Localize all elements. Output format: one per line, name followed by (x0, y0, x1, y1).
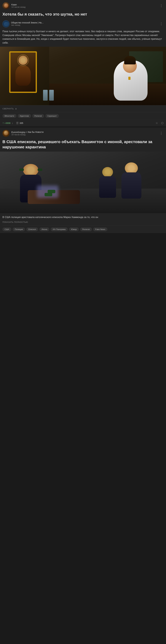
post-header-left-1: Kaan 14 часов назад (2, 2, 25, 9)
author-name-1: Kaan (11, 3, 25, 6)
tag-usa[interactable]: США (2, 228, 11, 231)
avatar-kaan (2, 2, 9, 9)
water-bottle-1 (43, 90, 48, 100)
water-bottle-2 (49, 90, 54, 100)
comment-count-1: 335 (19, 122, 23, 124)
icon-halo (17, 54, 29, 66)
tag-police[interactable]: Полиция (13, 228, 25, 231)
bookmark-icon-1[interactable]: ☆ (156, 122, 158, 125)
officer-3-figure (98, 167, 117, 198)
source-name-1: Общество плоской Земли | На… (11, 22, 44, 24)
officer-3-head (102, 167, 113, 177)
more-options-source-icon[interactable]: ⋮ (159, 21, 164, 26)
more-options-icon-2[interactable]: ⋮ (159, 131, 164, 136)
patriarch-figure (111, 54, 154, 102)
tag-ia-panorama[interactable]: ИА Панорама (51, 228, 68, 231)
post-time-2: 16 часов назад (11, 134, 44, 136)
officer-3-body (99, 176, 116, 198)
post-text-1: Пока тысячи учёных попусту болтают и нич… (0, 29, 166, 47)
avatar-euron (2, 130, 9, 137)
tag-religiya[interactable]: Религия (32, 114, 44, 118)
author-name-2: EuronGreyjoy (11, 131, 25, 134)
chevron-up-icon: ∧ (15, 107, 17, 110)
tag-religion[interactable]: Религия (80, 228, 92, 231)
upvote-count-1: +3698 (4, 122, 10, 124)
show-more-button-2[interactable]: ПОКАЗАТЬ ПОЛНОСТЬЮ (0, 220, 166, 226)
source-time-1: час назад (11, 24, 44, 26)
post-title-2: В США епископа, решившего объехать Вашин… (0, 138, 166, 152)
more-options-icon-1[interactable]: ⋮ (159, 3, 164, 8)
author-info-1: Kaan 14 часов назад (11, 3, 25, 8)
tag-screenshot[interactable]: Скриншот (45, 114, 59, 118)
community-name-2: Как бы Новости (28, 131, 44, 133)
tag-vkontakte[interactable]: ВКонтакте (2, 114, 16, 118)
share-icon-1[interactable]: ⬡ (161, 122, 164, 125)
author-info-2: EuronGreyjoy в Как бы Новости 16 часов н… (11, 131, 44, 136)
post-header-2: EuronGreyjoy в Как бы Новости 16 часов н… (0, 128, 166, 138)
preview-text-2: В США полиция арестовала католического е… (0, 213, 166, 220)
post-header-1: Kaan 14 часов назад ⋮ (0, 0, 166, 10)
comment-group-1: ☰ 335 (16, 122, 23, 125)
tag-humor[interactable]: Юмор (69, 228, 79, 231)
collapse-label-1: СВЕРНУТЬ (2, 108, 14, 110)
icon-painting-inner (10, 52, 36, 92)
tags-row-1: ВКонтакте Идиотизм Религия Скриншот (0, 112, 166, 120)
green-glove-1 (48, 190, 55, 193)
upvote-icon-1[interactable]: ↑ (2, 122, 4, 125)
source-block-1: Общество плоской Земли | На… час назад ⋮ (0, 19, 166, 29)
tag-bishop[interactable]: Епископ (26, 228, 38, 231)
avatar-flat-earth (2, 20, 9, 28)
author-line-2: EuronGreyjoy в Как бы Новости (11, 131, 44, 134)
officer-1-glove-left (19, 168, 24, 171)
icon-painting-frame (9, 51, 37, 93)
officer-1-glove-right (38, 168, 42, 171)
officer-2-head (125, 162, 138, 174)
post-time-1: 14 часов назад (11, 6, 25, 8)
icon-head (18, 56, 28, 65)
post-image-1 (0, 47, 166, 105)
icon-body (15, 66, 31, 86)
officer-1-head (23, 164, 38, 176)
tags-row-2: США Полиция Епископ Икона ИА Панорама Юм… (0, 226, 166, 233)
post-image-2 (0, 152, 166, 213)
comment-icon-1[interactable]: ☰ (16, 122, 19, 125)
tag-icon[interactable]: Икона (39, 228, 49, 231)
post-card-1: Kaan 14 часов назад ⋮ Хотела бы я сказат… (0, 0, 166, 126)
tag-fakenews[interactable]: Fake News (93, 228, 107, 231)
downvote-icon-1[interactable]: ↓ (12, 122, 13, 125)
post-card-2: EuronGreyjoy в Как бы Новости 16 часов н… (0, 128, 166, 233)
collapse-bar-1[interactable]: СВЕРНУТЬ ∧ (0, 105, 166, 112)
tag-idiotizm[interactable]: Идиотизм (18, 114, 31, 118)
post-header-left-2: EuronGreyjoy в Как бы Новости 16 часов н… (2, 130, 44, 137)
patriarch-hat (124, 56, 136, 64)
officer-2-figure (120, 162, 143, 201)
source-info-1: Общество плоской Земли | На… час назад (11, 22, 44, 26)
in-label-2: в (26, 131, 27, 133)
green-glove-2 (45, 193, 52, 196)
actions-bar-1: ↑ +3698 ↓ ☰ 335 ☆ ⬡ (0, 120, 166, 126)
post-title-1: Хотела бы я сказать, что это шутка, но н… (0, 10, 166, 19)
patriarch-cross (128, 77, 131, 80)
officer-2-body (121, 172, 141, 198)
